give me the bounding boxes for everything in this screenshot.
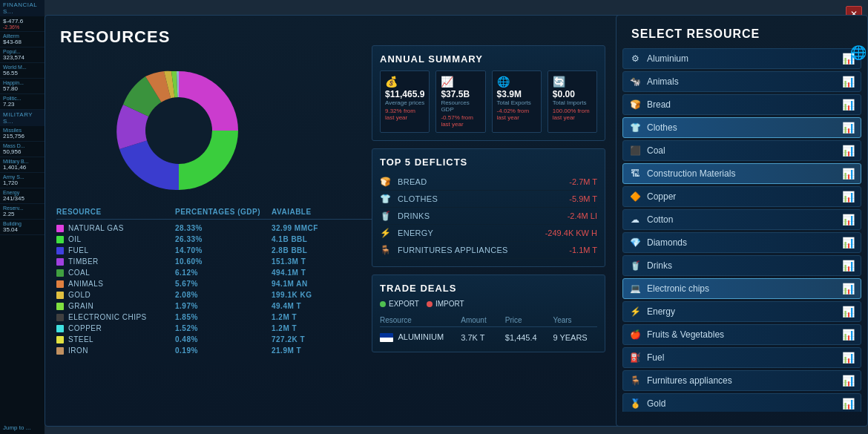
resource-list-item[interactable]: 💻 Electronic chips 📊 bbox=[622, 278, 861, 299]
resource-list-item[interactable]: ⬛ Coal 📊 bbox=[622, 140, 861, 161]
resource-percent: 10.60% bbox=[175, 257, 272, 266]
chart-icon: 📊 bbox=[842, 306, 855, 318]
deficit-icon: ⚡ bbox=[380, 228, 393, 238]
resource-list-item[interactable]: ⚙ Aluminium 📊 bbox=[622, 48, 861, 69]
trade-years: 9 YEARS bbox=[553, 333, 597, 342]
resource-list-name: Clothes bbox=[647, 122, 842, 133]
export-dot bbox=[380, 301, 386, 307]
resource-name: TIMBER bbox=[56, 257, 175, 266]
resource-list-item[interactable]: 🏗 Construction Materials 📊 bbox=[622, 163, 861, 184]
import-dot bbox=[427, 301, 433, 307]
deficit-name: DRINKS bbox=[398, 211, 568, 220]
summary-card: 📈 $37.5B Resources GDP -0.57% from last … bbox=[435, 70, 485, 133]
resource-name: OIL bbox=[56, 235, 175, 243]
resource-list-item[interactable]: 🍎 Fruits & Vegetables 📊 bbox=[622, 324, 861, 345]
resource-list-icon: 🔶 bbox=[629, 191, 641, 203]
chart-icon: 📊 bbox=[842, 168, 855, 180]
donut-chart bbox=[105, 56, 253, 205]
financial-section-title: FINANCIAL S... bbox=[0, 0, 45, 16]
resource-list-icon: 🐄 bbox=[629, 76, 641, 88]
chart-icon: 📊 bbox=[842, 375, 855, 387]
resource-list-item[interactable]: ⚡ Energy 📊 bbox=[622, 301, 861, 322]
resource-list-item[interactable]: 🥤 Drinks 📊 bbox=[622, 255, 861, 276]
summary-card-value: $0.00 bbox=[553, 89, 592, 99]
resource-list-name: Electronic chips bbox=[647, 283, 842, 294]
summary-card-value: $37.5B bbox=[441, 89, 480, 99]
resource-list-item[interactable]: 🔶 Copper 📊 bbox=[622, 186, 861, 207]
trade-col-resource: Resource bbox=[380, 316, 461, 324]
resource-percent: 6.12% bbox=[175, 269, 272, 277]
summary-card-label: Resources GDP bbox=[441, 99, 480, 113]
summary-card-label: Average prices bbox=[385, 99, 424, 106]
resource-percent: 1.85% bbox=[175, 313, 272, 321]
resource-list-icon: 💎 bbox=[629, 237, 641, 249]
summary-card-change: 100.00% from last year bbox=[553, 108, 592, 121]
resource-percent: 0.48% bbox=[175, 335, 272, 343]
resource-list-name: Coal bbox=[647, 145, 842, 156]
resource-list-item[interactable]: 🥇 Gold 📊 bbox=[622, 393, 861, 412]
jump-to[interactable]: Jump to ... bbox=[3, 424, 30, 431]
trade-price: $1,445.4 bbox=[505, 333, 553, 342]
resource-list-icon: ⛽ bbox=[629, 352, 641, 364]
resource-name: IRON bbox=[56, 346, 175, 355]
resource-name: GOLD bbox=[56, 291, 175, 299]
select-resource-panel: SELECT RESOURCE ⚙ Aluminium 📊 🐄 Animals … bbox=[616, 15, 868, 427]
resource-color-dot bbox=[56, 269, 64, 277]
resource-available: 94.1M AN bbox=[272, 280, 368, 288]
resource-list-icon: 🍞 bbox=[629, 99, 641, 111]
deficit-rows: 🍞 BREAD -2.7M T 👕 CLOTHES -5.9M T 🥤 DRIN… bbox=[380, 174, 597, 259]
deficit-row: 🥤 DRINKS -2.4M LI bbox=[380, 208, 597, 225]
trade-rows: ALUMINIUM 3.7K T $1,445.4 9 YEARS bbox=[380, 330, 597, 344]
resource-list-item[interactable]: ☁ Cotton 📊 bbox=[622, 209, 861, 230]
resource-list-name: Drinks bbox=[647, 260, 842, 271]
deficit-name: FURNITURES APPLIANCES bbox=[398, 246, 569, 254]
resource-available: 21.9M T bbox=[272, 346, 368, 355]
summary-card: 💰 $11,465.9 Average prices 9.32% from la… bbox=[380, 70, 430, 133]
resource-available: 1.2M T bbox=[272, 324, 368, 332]
deficit-row: 🍞 BREAD -2.7M T bbox=[380, 174, 597, 191]
resource-available: 32.99 MMCF bbox=[272, 224, 368, 232]
export-legend: EXPORT bbox=[380, 300, 419, 308]
trade-col-amount: Amount bbox=[461, 316, 505, 324]
summary-card-icon: 💰 bbox=[385, 76, 424, 88]
resource-color-dot bbox=[56, 314, 64, 321]
resource-list-item[interactable]: 💎 Diamonds 📊 bbox=[622, 232, 861, 253]
resource-name: ANIMALS bbox=[56, 280, 175, 288]
resource-list-icon: ⚡ bbox=[629, 306, 641, 318]
resource-list-item[interactable]: 🪑 Furnitures appliances 📊 bbox=[622, 370, 861, 391]
resource-list-item[interactable]: 🍞 Bread 📊 bbox=[622, 94, 861, 115]
resource-list-item[interactable]: 👕 Clothes 📊 bbox=[622, 117, 861, 138]
table-row: ANIMALS 5.67% 94.1M AN bbox=[56, 278, 375, 289]
resource-list-icon: 🍎 bbox=[629, 329, 641, 341]
resource-color-dot bbox=[56, 225, 64, 232]
import-legend: IMPORT bbox=[427, 300, 464, 308]
resource-list-icon: 🏗 bbox=[629, 168, 641, 180]
svg-point-0 bbox=[145, 97, 212, 164]
summary-card: 🔄 $0.00 Total Imports 100.00% from last … bbox=[548, 70, 597, 133]
table-row: ELECTRONIC CHIPS 1.85% 1.2M T bbox=[56, 312, 375, 323]
table-row: IRON 0.19% 21.9M T bbox=[56, 345, 375, 356]
table-row: COAL 6.12% 494.1M T bbox=[56, 267, 375, 278]
select-resource-title: SELECT RESOURCE bbox=[617, 16, 867, 48]
table-row: GOLD 2.08% 199.1K KG bbox=[56, 289, 375, 300]
resource-color-dot bbox=[56, 280, 64, 288]
deficit-value: -249.4K KW H bbox=[545, 228, 597, 237]
trade-resource: ALUMINIUM bbox=[380, 332, 461, 342]
resource-list-name: Aluminium bbox=[647, 53, 842, 64]
trade-col-price: Price bbox=[505, 316, 553, 324]
resource-percent: 0.19% bbox=[175, 346, 272, 355]
trade-amount: 3.7K T bbox=[461, 333, 505, 342]
summary-card: 🌐 $3.9M Total Exports -4.02% from last y… bbox=[492, 70, 542, 133]
resource-list-item[interactable]: 🐄 Animals 📊 bbox=[622, 71, 861, 92]
resource-list-icon: 🪑 bbox=[629, 375, 641, 387]
resource-table-header: RESOURCE PERCENTAGES (GDP) AVAIABLE bbox=[56, 205, 375, 220]
resource-color-dot bbox=[56, 236, 64, 243]
chart-icon: 📊 bbox=[842, 398, 855, 410]
deficit-row: ⚡ ENERGY -249.4K KW H bbox=[380, 225, 597, 242]
resource-percent: 1.52% bbox=[175, 324, 272, 332]
resource-list-icon: ☁ bbox=[629, 214, 641, 226]
resource-list-item[interactable]: ⛽ Fuel 📊 bbox=[622, 347, 861, 368]
resource-name: COAL bbox=[56, 269, 175, 277]
table-row: TIMBER 10.60% 151.3M T bbox=[56, 256, 375, 267]
resource-list[interactable]: ⚙ Aluminium 📊 🐄 Animals 📊 🍞 Bread 📊 👕 Cl… bbox=[617, 48, 867, 412]
